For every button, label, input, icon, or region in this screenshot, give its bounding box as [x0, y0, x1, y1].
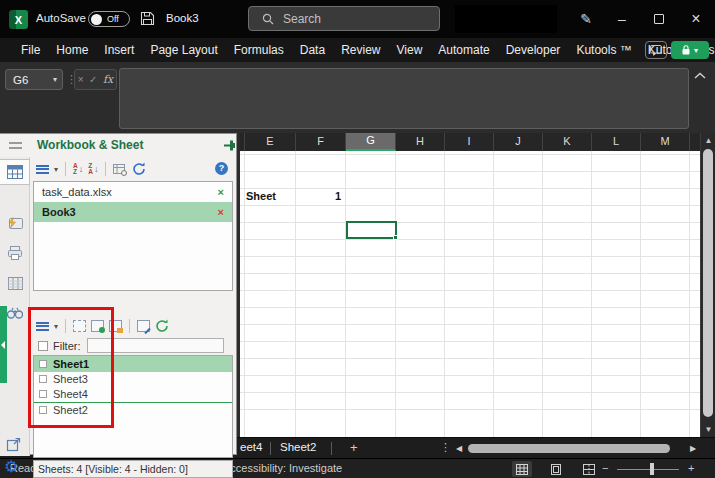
- column-header-i[interactable]: I: [445, 133, 494, 151]
- menu-item-data[interactable]: Data: [292, 43, 333, 57]
- scroll-down-icon[interactable]: ▼: [701, 425, 715, 434]
- ribbon-tab-bar: File Home Insert Page Layout Formulas Da…: [0, 38, 715, 62]
- close-workbook-icon[interactable]: ×: [218, 206, 224, 218]
- zoom-slider-thumb[interactable]: [650, 463, 654, 475]
- help-icon[interactable]: ?: [215, 162, 228, 175]
- pane-header: Workbook & Sheet: [0, 134, 236, 157]
- page-layout-view-icon[interactable]: [546, 461, 566, 477]
- workbook-name: Book3: [42, 206, 76, 218]
- autosave-toggle[interactable]: Off: [88, 11, 130, 27]
- column-header-row: E F G H I J K L M: [240, 133, 700, 151]
- list-settings-icon[interactable]: [113, 163, 127, 176]
- share-button[interactable]: ▾: [671, 41, 709, 59]
- tab-autotext[interactable]: [0, 210, 30, 236]
- enter-icon[interactable]: ✓: [89, 74, 97, 85]
- save-icon[interactable]: [140, 11, 156, 27]
- close-workbook-icon[interactable]: ×: [218, 186, 224, 198]
- collapse-arrow-icon: [1, 341, 5, 349]
- workbook-menu-icon[interactable]: [36, 165, 49, 174]
- pane-status-bar: Sheets: 4 [Visible: 4 - Hidden: 0]: [33, 460, 233, 478]
- tab-sheet4-partial[interactable]: eet4: [240, 441, 262, 453]
- separator: [65, 162, 66, 176]
- window-close-button[interactable]: ×: [684, 7, 708, 31]
- pin-icon[interactable]: [223, 139, 236, 152]
- scroll-up-icon[interactable]: ▲: [701, 136, 715, 145]
- insert-function-icon[interactable]: fx: [103, 73, 113, 86]
- sheets-count-status: Sheets: 4 [Visible: 4 - Hidden: 0]: [38, 463, 188, 475]
- column-header-m[interactable]: M: [641, 133, 690, 151]
- cell-f4-value[interactable]: 1: [296, 188, 343, 205]
- menu-item-insert[interactable]: Insert: [96, 43, 142, 57]
- column-header-f[interactable]: F: [296, 133, 346, 151]
- column-header-g[interactable]: G: [346, 133, 396, 151]
- vertical-scroll-thumb[interactable]: [703, 149, 713, 417]
- column-header-j[interactable]: J: [494, 133, 543, 151]
- workbook-item-book3[interactable]: Book3 ×: [34, 202, 232, 222]
- column-header-l[interactable]: L: [592, 133, 641, 151]
- menu-item-automate[interactable]: Automate: [430, 43, 497, 57]
- refresh-icon[interactable]: [132, 162, 146, 176]
- column-header-h[interactable]: H: [396, 133, 445, 151]
- selected-cell-g6[interactable]: [346, 221, 397, 239]
- cancel-icon[interactable]: ×: [78, 74, 84, 85]
- column-header-e[interactable]: E: [245, 133, 296, 151]
- tab-sheet2[interactable]: Sheet2: [280, 441, 316, 453]
- menu-item-home[interactable]: Home: [48, 43, 96, 57]
- popout-icon[interactable]: [6, 437, 21, 452]
- scroll-left-icon[interactable]: ◀: [456, 444, 462, 453]
- menu-item-view[interactable]: View: [389, 43, 431, 57]
- tab-overflow-icon[interactable]: ⋮: [440, 441, 451, 454]
- vertical-scrollbar[interactable]: ▲ ▼: [700, 133, 715, 437]
- pane-collapse-splitter[interactable]: [0, 306, 7, 383]
- page-break-view-icon[interactable]: [579, 461, 599, 477]
- accessibility-status[interactable]: Accessibility: Investigate: [223, 462, 342, 474]
- fill-handle[interactable]: [393, 235, 398, 240]
- tab-column-list[interactable]: [0, 270, 30, 296]
- rename-sheet-icon[interactable]: [137, 320, 150, 332]
- menu-item-page-layout[interactable]: Page Layout: [142, 43, 225, 57]
- window-maximize-button[interactable]: [647, 7, 671, 31]
- name-box[interactable]: G6 ▾: [5, 69, 63, 90]
- workbook-toolbar: ▾ AZ ↓ ZA ↓ ?: [30, 158, 237, 180]
- redacted-account-area: [455, 5, 557, 33]
- add-sheet-button[interactable]: +: [350, 440, 358, 455]
- zoom-in-button[interactable]: +: [688, 462, 694, 474]
- menu-item-formulas[interactable]: Formulas: [226, 43, 292, 57]
- pane-title: Workbook & Sheet: [37, 138, 143, 152]
- tab-workbook-sheet[interactable]: [0, 159, 30, 185]
- chevron-down-icon[interactable]: ▾: [54, 165, 58, 174]
- toggle-knob: [91, 14, 102, 25]
- title-bar: X AutoSave Off Book3 Search ✎ – ×: [0, 0, 715, 38]
- search-input[interactable]: Search: [248, 6, 440, 31]
- pen-icon[interactable]: ✎: [576, 9, 596, 29]
- menu-item-review[interactable]: Review: [333, 43, 388, 57]
- menu-item-kutools[interactable]: Kutools ™: [568, 43, 639, 57]
- column-header-k[interactable]: K: [543, 133, 592, 151]
- scroll-right-icon[interactable]: ▶: [690, 444, 696, 453]
- horizontal-scroll-thumb[interactable]: [468, 444, 670, 453]
- menu-item-file[interactable]: File: [13, 43, 48, 57]
- collapse-formula-bar-icon[interactable]: [694, 72, 708, 84]
- workbook-item-task-data[interactable]: task_data.xlsx ×: [34, 182, 232, 202]
- excel-app-icon[interactable]: X: [9, 10, 28, 29]
- menu-item-developer[interactable]: Developer: [498, 43, 569, 57]
- pane-menu-icon[interactable]: [9, 142, 22, 149]
- zoom-slider-track[interactable]: [617, 469, 679, 470]
- sort-ascending-icon[interactable]: AZ ↓: [73, 163, 83, 175]
- cell-e4-value[interactable]: Sheet: [246, 188, 294, 205]
- sync-sheets-icon[interactable]: [155, 319, 169, 333]
- separator: [129, 319, 130, 333]
- chevron-down-icon[interactable]: ▾: [53, 75, 57, 84]
- workbook-sheet-icon: [7, 165, 23, 179]
- formula-input[interactable]: [119, 68, 689, 129]
- sort-descending-icon[interactable]: ZA ↓: [88, 163, 98, 175]
- window-minimize-button[interactable]: –: [610, 7, 634, 31]
- gear-icon[interactable]: ⚙: [4, 458, 18, 476]
- formula-bar-row: G6 ▾ ⋮ × ✓ fx: [0, 62, 715, 133]
- zoom-out-button[interactable]: −: [602, 462, 608, 474]
- normal-view-icon[interactable]: [512, 461, 532, 477]
- tab-clipboard[interactable]: [0, 240, 30, 266]
- column-header-n-partial[interactable]: [690, 133, 700, 151]
- worksheet-grid[interactable]: Sheet 1: [240, 151, 700, 437]
- comments-button[interactable]: [645, 41, 667, 59]
